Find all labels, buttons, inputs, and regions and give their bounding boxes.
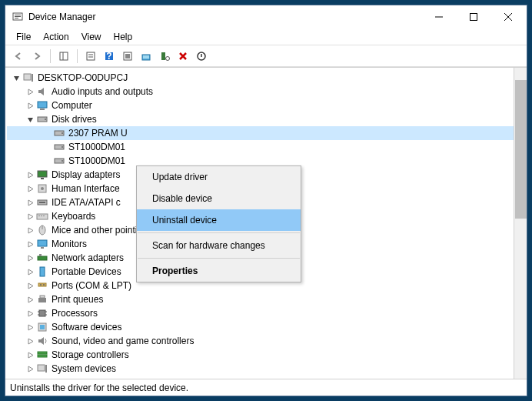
expand-icon[interactable] xyxy=(24,238,36,250)
tree-item[interactable]: Audio inputs and outputs xyxy=(7,85,514,99)
menu-action[interactable]: Action xyxy=(37,30,75,44)
context-menu-item[interactable]: Update driver xyxy=(137,166,301,188)
expand-icon[interactable] xyxy=(24,169,36,181)
scrollbar-thumb[interactable] xyxy=(515,80,527,219)
tree-item-label: Keyboards xyxy=(52,211,95,222)
menu-help[interactable]: Help xyxy=(108,30,139,44)
expand-icon[interactable] xyxy=(24,266,36,278)
expand-icon[interactable] xyxy=(24,224,36,236)
tree-item[interactable]: System devices xyxy=(7,362,514,376)
context-menu-item[interactable]: Scan for hardware changes xyxy=(137,235,301,256)
tree-item[interactable]: Sound, video and game controllers xyxy=(7,334,514,348)
svg-rect-18 xyxy=(143,55,149,58)
tree-item[interactable]: 2307 PRAM U xyxy=(7,126,514,140)
svg-rect-62 xyxy=(40,325,45,329)
menu-file[interactable]: File xyxy=(10,30,37,44)
tree-item-label: ST1000DM01 xyxy=(68,155,125,166)
tree-item-label: 2307 PRAM U xyxy=(68,128,128,139)
vertical-scrollbar[interactable] xyxy=(514,68,527,379)
scan-button[interactable] xyxy=(119,48,136,65)
properties-button[interactable] xyxy=(82,48,99,65)
ports-icon xyxy=(36,279,48,292)
maximize-button[interactable] xyxy=(456,6,490,28)
pc-icon xyxy=(22,72,35,84)
svg-rect-55 xyxy=(40,296,45,298)
svg-rect-46 xyxy=(38,240,47,246)
svg-rect-40 xyxy=(37,214,48,219)
svg-rect-2 xyxy=(15,16,21,17)
window-controls xyxy=(421,6,525,28)
portable-icon xyxy=(36,266,48,278)
svg-rect-49 xyxy=(39,254,42,256)
tree-item[interactable]: ST1000DM01 xyxy=(7,140,514,154)
tree-item-label: Disk drives xyxy=(52,114,97,125)
spacer xyxy=(41,127,53,139)
show-hide-button[interactable] xyxy=(55,48,72,65)
back-button[interactable] xyxy=(10,48,27,65)
network-icon xyxy=(36,252,48,264)
svg-point-52 xyxy=(40,284,42,286)
disk-icon xyxy=(53,127,65,139)
app-icon xyxy=(12,11,24,23)
tree-item-label: ST1000DM01 xyxy=(68,142,125,152)
window-title: Device Manager xyxy=(28,12,421,22)
tree-item[interactable]: Processors xyxy=(7,306,514,320)
help-button[interactable]: ? xyxy=(101,48,118,65)
expand-icon[interactable] xyxy=(24,252,36,264)
expand-icon[interactable] xyxy=(24,363,36,375)
svg-rect-42 xyxy=(41,216,42,216)
svg-rect-24 xyxy=(38,102,47,108)
tree-item[interactable]: Computer xyxy=(7,99,514,112)
disable-button[interactable] xyxy=(193,48,210,65)
svg-rect-5 xyxy=(470,14,477,21)
tree-item[interactable]: Software devices xyxy=(7,320,514,334)
tree-item-label: Storage controllers xyxy=(52,349,129,360)
collapse-icon[interactable] xyxy=(24,113,36,125)
svg-rect-10 xyxy=(87,52,95,60)
tree-item[interactable]: DESKTOP-O0DUPCJ xyxy=(7,71,514,85)
expand-icon[interactable] xyxy=(24,349,36,361)
svg-rect-64 xyxy=(38,355,47,357)
tree-item[interactable]: Storage controllers xyxy=(7,348,514,362)
expand-icon[interactable] xyxy=(24,321,36,333)
computer-icon xyxy=(36,99,48,112)
expand-icon[interactable] xyxy=(24,182,36,195)
svg-rect-43 xyxy=(43,216,45,216)
tree-item-label: IDE ATA/ATAPI c xyxy=(52,197,121,208)
context-menu-item[interactable]: Disable device xyxy=(137,188,301,209)
expand-icon[interactable] xyxy=(24,307,36,319)
expand-icon[interactable] xyxy=(24,279,36,292)
expand-icon[interactable] xyxy=(24,335,36,347)
expand-icon[interactable] xyxy=(24,196,36,209)
collapse-icon[interactable] xyxy=(10,72,22,84)
context-menu-item[interactable]: Uninstall device xyxy=(137,209,301,231)
svg-rect-41 xyxy=(38,216,40,216)
forward-button[interactable] xyxy=(28,48,45,65)
expand-icon[interactable] xyxy=(24,210,36,222)
svg-rect-66 xyxy=(45,365,47,373)
expand-icon[interactable] xyxy=(24,85,36,98)
toolbar: ? xyxy=(5,45,527,67)
mouse-icon xyxy=(36,224,48,236)
expand-icon[interactable] xyxy=(24,293,36,306)
tree-item[interactable]: Disk drives xyxy=(7,112,514,126)
toolbar-separator xyxy=(77,49,78,63)
menu-view[interactable]: View xyxy=(75,30,108,44)
uninstall-button[interactable] xyxy=(175,48,191,65)
context-menu-item[interactable]: Properties xyxy=(137,260,301,282)
print-icon xyxy=(36,293,48,306)
expand-icon[interactable] xyxy=(24,99,36,112)
scan-hw-button[interactable] xyxy=(156,48,173,65)
svg-rect-35 xyxy=(41,178,44,179)
update-button[interactable] xyxy=(138,48,155,65)
svg-rect-47 xyxy=(41,247,44,249)
minimize-button[interactable] xyxy=(421,6,456,28)
close-button[interactable] xyxy=(490,6,525,28)
monitor-icon xyxy=(36,238,48,250)
sound-icon xyxy=(36,335,48,347)
svg-rect-63 xyxy=(38,352,47,354)
menu-separator xyxy=(138,258,300,259)
hid-icon xyxy=(36,182,48,195)
tree-item-label: Network adapters xyxy=(52,252,124,263)
tree-item[interactable]: Print queues xyxy=(7,292,514,306)
